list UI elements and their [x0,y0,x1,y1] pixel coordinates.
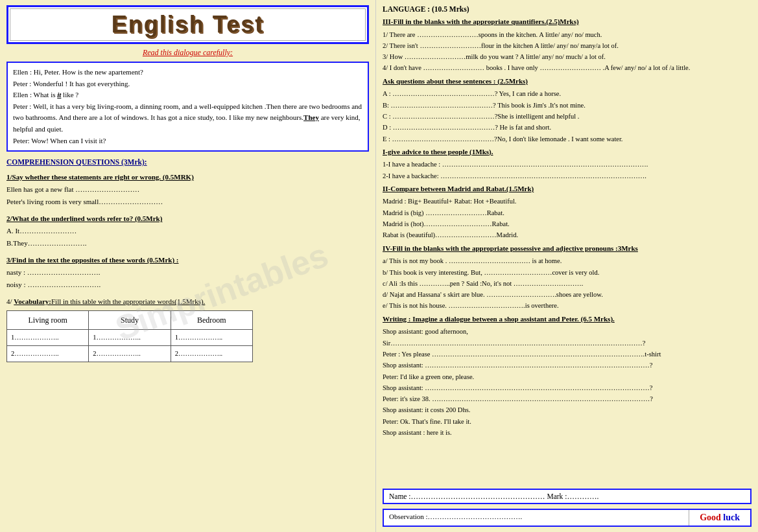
read-dialogue-label: Read this dialogue carefully: [6,48,369,58]
writing-item-5: Peter: I'd like a green one, please. [383,371,752,382]
lang-q3-items: 1-I have a headache : ………………………………………………… [383,159,752,181]
q2-a: A. It…………………… [6,225,369,237]
q1-block: 1/Say whether these statements are right… [6,171,369,207]
lang-q1-item-4: 4/ I don't have ……………………… books . I have… [383,62,752,73]
writing-item-2: Sir…………………………………………………………………………………………………… [383,338,752,349]
lang-q4-item-1: Madrid is (big) ………………………Rabat. [383,207,752,218]
language-title: LANGUAGE : (10.5 Mrks) [383,5,752,13]
lang-q5-item-d: d/ Najat and Hassana' s skirt are blue. … [383,289,752,300]
lang-q4-heading: II-Compare between Madrid and Rabat.(1.5… [383,183,752,194]
lang-q1-item-3: 3/ How ………………………milk do you want ? A lit… [383,51,752,62]
lang-q5-heading: IV-Fill in the blanks with the appropria… [383,243,752,254]
lang-q5-item-a: a/ This is not my book . ……………………………… is… [383,255,752,266]
q3-label: 3/Find in the text the opposites of thes… [6,254,369,266]
writing-item-4: Shop assistant: ………………………………………………………………… [383,360,752,371]
lang-q3-item-2: 2-I have a backache: …………………………………………………… [383,170,752,181]
lang-q2-item-d: D : ………………………………………? He is fat and short… [383,122,752,133]
lang-q1-heading: III-Fill in the blanks with the appropri… [383,16,752,27]
q4-label: 4/ Vocabulary:Fill in this table with th… [6,295,369,308]
col-study: Study [89,311,171,330]
luck-text: luck [721,513,740,522]
vocab-table: Living room Study Bedroom 1……………….. 1………… [6,310,253,362]
lang-q2-item-a: A : ………………………………………? Yes, I can ride a h… [383,88,752,99]
lang-q2-item-e: E : ………………………………………?No, I don't like lem… [383,133,752,145]
lang-q5-item-c: c/ Ali :Is this …………..pen ? Said :No, it… [383,278,752,289]
q2-b: B.They……………………. [6,237,369,249]
table-row: 1……………….. 1……………….. 1……………….. [7,330,253,346]
dialogue-line-2: Peter : Wonderful ! It has got everythin… [13,78,362,90]
lang-q1-items: 1/ There are ………………………spoons in the kitc… [383,29,752,74]
writing-item-3: Peter : Yes please ………………………………………………………… [383,349,752,360]
writing-item-7: Peter: it's size 38. …………………………………………………… [383,393,752,404]
col-living-room: Living room [7,311,89,330]
q4-block: 4/ Vocabulary:Fill in this table with th… [6,295,369,362]
writing-items: Shop assistant: good afternoon, Sir……………… [383,326,752,438]
col-bedroom: Bedroom [171,311,252,330]
cell-st-2: 2……………….. [89,346,171,362]
dialogue-line-4: Peter : Well, it has a very big living-r… [13,101,362,135]
lang-q5-item-e: e/ This is not his house. …………………………….is… [383,300,752,311]
q1-label: 1/Say whether these statements are right… [6,171,369,183]
q1-s2: Peter's living room is very small…………………… [6,196,369,208]
lang-q3-heading: I-give advice to these people (1Mks). [383,146,752,157]
lang-q5-items: a/ This is not my book . ……………………………… is… [383,255,752,312]
lang-q1-item-2: 2/ There isn't ………………………flour in the kit… [383,40,752,51]
cell-lr-2: 2……………….. [7,346,89,362]
dialogue-line-1: Ellen : Hi, Peter. How is the new aparte… [13,67,362,78]
lang-q2-heading: Ask questions about these sentences : (2… [383,76,752,87]
lang-q3-item-1: 1-I have a headache : ………………………………………………… [383,159,752,170]
name-mark-box: Name :……………………………………………… Mark :…………. [383,489,752,504]
cell-br-1: 1……………….. [171,330,252,346]
cell-st-1: 1……………….. [89,330,171,346]
q2-block: 2/What do the underlined words refer to?… [6,213,369,249]
q3-block: 3/Find in the text the opposites of thes… [6,254,369,290]
table-row: 2……………….. 2……………….. 2……………….. [7,346,253,362]
lang-q2-item-b: B: ………………………………………? This book is Jim's .… [383,100,752,111]
writing-item-6: Shop assistant: ………………………………………………………………… [383,382,752,393]
good-text: Good [700,513,721,522]
dialogue-box: Ellen : Hi, Peter. How is the new aparte… [6,62,369,152]
good-luck: Good luck [689,510,750,526]
q1-s1: Ellen has got a new flat ……………………… [6,183,369,196]
q3-noisy: noisy : …………………………. [6,279,369,291]
lang-q5-item-b: b/ This book is very interesting. But, …… [383,267,752,278]
q3-nasty: nasty : …………………………. [6,266,369,279]
lang-q4-intro: Madrid : Big+ Beautiful+ Rabat: Hot +Bea… [383,196,752,207]
cell-lr-1: 1……………….. [7,330,89,346]
comprehension-heading: COMPREHENSION QUESTIONS (3Mrk): [6,158,369,166]
lang-q2-item-c: C : ………………………………………?She is intelligent a… [383,111,752,122]
writing-heading: Writing : Imagine a dialogue between a s… [383,314,752,325]
title-box: English Test [6,5,369,44]
right-panel: LANGUAGE : (10.5 Mrks) III-Fill in the b… [376,0,758,532]
observation-row: Observation :…………………………………. Good luck [383,509,752,527]
q2-label: 2/What do the underlined words refer to?… [6,213,369,225]
left-panel: English Test Read this dialogue carefull… [0,0,376,532]
writing-item-9: Peter: Ok. That's fine. I'll take it. [383,416,752,427]
lang-q4-items: Madrid : Big+ Beautiful+ Rabat: Hot +Bea… [383,196,752,240]
cell-br-2: 2……………….. [171,346,252,362]
writing-item-10: Shop assistant : here it is. [383,427,752,438]
title-text: English Test [112,11,264,38]
writing-item-1: Shop assistant: good afternoon, [383,326,752,337]
lang-q4-item-2: Madrid is (hot)…………………………Rabat. [383,218,752,229]
lang-q2-items: A : ………………………………………? Yes, I can ride a h… [383,88,752,145]
dialogue-line-5: Peter: Wow! When can I visit it? [13,135,362,147]
observation-text: Observation :…………………………………. [384,510,689,526]
dialogue-line-3: Ellen : What is it like ? [13,89,362,101]
lang-q4-item-3: Rabat is (beautiful)………………………Madrid. [383,229,752,240]
writing-item-8: Shop assistant: it costs 200 Dhs. [383,404,752,415]
lang-q1-item-1: 1/ There are ………………………spoons in the kitc… [383,29,752,40]
